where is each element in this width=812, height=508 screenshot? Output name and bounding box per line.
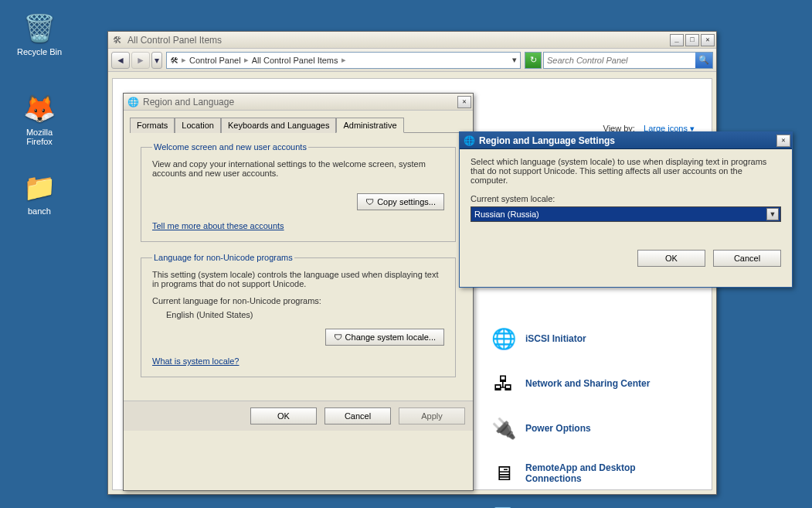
group-legend: Welcome screen and new user accounts (152, 142, 308, 152)
copy-settings-button[interactable]: 🛡 Copy settings... (357, 193, 444, 210)
toolbar: ◄ ► ▾ 🛠 ▸ Control Panel ▸ All Control Pa… (108, 49, 716, 72)
cp-item-label: iSCSI Initiator (525, 333, 586, 344)
dialog-title: Region and Language (143, 97, 456, 107)
apply-button[interactable]: Apply (399, 407, 465, 424)
shield-icon: 🛡 (365, 197, 374, 206)
desktop-icon-label: banch (12, 206, 66, 216)
cp-item-label: Network and Sharing Center (525, 378, 650, 389)
desktop-icon-recycle-bin[interactable]: 🗑️ Recycle Bin (12, 11, 66, 56)
tab-formats[interactable]: Formats (130, 118, 175, 133)
tell-me-more-link[interactable]: Tell me more about these accounts (152, 221, 444, 230)
power-icon: 🔌 (491, 416, 516, 441)
cp-item-network[interactable]: 🖧 Network and Sharing Center (491, 371, 672, 396)
forward-button[interactable]: ► (131, 52, 150, 69)
desktop-icon-folder[interactable]: 📁 banch (12, 170, 66, 216)
chevron-down-icon[interactable]: ▾ (512, 55, 517, 65)
cancel-button[interactable]: Cancel (324, 407, 391, 424)
welcome-text: View and copy your international setting… (152, 159, 444, 178)
titlebar[interactable]: 🛠 All Control Panel Items _ □ ✕ (108, 32, 716, 49)
control-panel-item-list: 🌐 iSCSI Initiator 🖧 Network and Sharing … (491, 326, 672, 508)
chevron-down-icon[interactable]: ▼ (766, 208, 779, 220)
close-button[interactable]: ✕ (701, 34, 715, 46)
group-legend: Language for non-Unicode programs (152, 253, 294, 262)
cancel-button[interactable]: Cancel (713, 250, 781, 267)
cp-item-remoteapp[interactable]: 🖥 RemoteApp and Desktop Connections (491, 461, 672, 486)
cp-item-label: RemoteApp and Desktop Connections (525, 462, 672, 484)
close-button[interactable]: ✕ (776, 135, 790, 147)
tab-strip: Formats Location Keyboards and Languages… (130, 117, 467, 133)
welcome-screen-group: Welcome screen and new user accounts Vie… (141, 142, 456, 242)
window-title: All Control Panel Items (127, 35, 668, 46)
titlebar[interactable]: 🌐 Region and Language ✕ (124, 94, 473, 111)
refresh-button[interactable]: ↻ (525, 52, 542, 69)
cp-item-label: Power Options (525, 423, 591, 434)
minimize-button[interactable]: _ (670, 34, 684, 46)
ok-button[interactable]: OK (250, 407, 317, 424)
remoteapp-icon: 🖥 (491, 461, 516, 486)
search-input[interactable] (544, 56, 695, 65)
tab-administrative[interactable]: Administrative (336, 118, 403, 133)
current-language-label: Current language for non-Unicode program… (152, 296, 444, 305)
locale-description: Select which language (system locale) to… (471, 157, 781, 185)
globe-icon: 🌐 (127, 96, 139, 108)
current-language-value: English (United States) (166, 310, 444, 319)
folder-icon: 📁 (22, 170, 56, 204)
desktop-icon-label: Recycle Bin (12, 47, 66, 56)
what-is-locale-link[interactable]: What is system locale? (152, 356, 444, 366)
firefox-icon: 🦊 (22, 91, 56, 125)
shield-icon: 🛡 (334, 332, 342, 342)
non-unicode-text: This setting (system locale) controls th… (152, 270, 444, 288)
maximize-button[interactable]: □ (685, 34, 699, 46)
ok-button[interactable]: OK (637, 250, 705, 267)
globe-icon: 🌐 (463, 135, 475, 147)
tab-keyboards[interactable]: Keyboards and Languages (221, 118, 337, 133)
locale-label: Current system locale: (471, 194, 781, 203)
locale-dropdown[interactable]: Russian (Russia) ▼ (471, 206, 781, 222)
address-bar[interactable]: 🛠 ▸ Control Panel ▸ All Control Panel It… (166, 52, 521, 69)
iscsi-icon: 🌐 (491, 326, 516, 351)
non-unicode-group: Language for non-Unicode programs This s… (141, 253, 456, 377)
search-box[interactable]: 🔍 (543, 52, 713, 69)
tab-location[interactable]: Location (175, 118, 221, 133)
tab-panel-administrative: Welcome screen and new user accounts Vie… (130, 133, 467, 394)
locale-selected-value: Russian (Russia) (474, 210, 539, 219)
desktop-icon-firefox[interactable]: 🦊 Mozilla Firefox (12, 91, 66, 146)
control-panel-icon: 🛠 (111, 34, 124, 46)
network-icon: 🖧 (491, 371, 516, 396)
control-panel-icon: 🛠 (170, 56, 178, 65)
change-system-locale-button[interactable]: 🛡 Change system locale... (325, 329, 444, 346)
breadcrumb-item[interactable]: Control Panel (189, 56, 241, 65)
breadcrumb-item[interactable]: All Control Panel Items (252, 56, 338, 65)
cp-item-power[interactable]: 🔌 Power Options (491, 416, 672, 441)
locale-settings-dialog: 🌐 Region and Language Settings ✕ Select … (459, 131, 793, 288)
region-language-dialog: 🌐 Region and Language ✕ Formats Location… (123, 93, 474, 491)
close-button[interactable]: ✕ (457, 96, 471, 108)
titlebar[interactable]: 🌐 Region and Language Settings ✕ (460, 132, 792, 149)
search-icon[interactable]: 🔍 (695, 53, 712, 68)
dialog-title: Region and Language Settings (479, 135, 775, 146)
back-button[interactable]: ◄ (111, 52, 130, 69)
desktop-icon-label: Mozilla Firefox (12, 128, 66, 146)
dialog-button-bar: OK Cancel Apply (124, 401, 473, 431)
cp-item-iscsi[interactable]: 🌐 iSCSI Initiator (491, 326, 672, 351)
recycle-bin-icon: 🗑️ (22, 11, 56, 45)
history-dropdown[interactable]: ▾ (151, 52, 162, 69)
